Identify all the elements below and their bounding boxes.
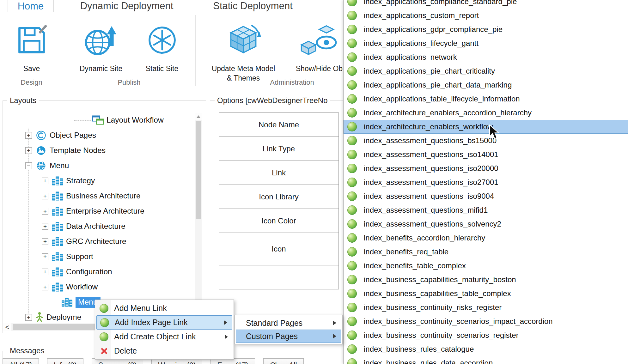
page-list-item[interactable]: index_benefits_req_table [344, 245, 628, 259]
page-list-item[interactable]: index_assessment_questions_iso20000 [344, 161, 628, 175]
tab-dynamic-deployment[interactable]: Dynamic Deployment [65, 0, 189, 12]
tree-item-label[interactable]: Menu [50, 161, 69, 170]
page-list-item-label: index_assessment_questions_mifid1 [364, 206, 488, 215]
save-button[interactable]: Save [13, 16, 51, 73]
tree-vertical-scrollbar[interactable] [195, 113, 202, 319]
page-list-item[interactable]: index_assessment_questions_iso14001 [344, 148, 628, 161]
page-list-item[interactable]: index_applications_compliance_standard_p… [344, 0, 628, 9]
page-list-item[interactable]: index_business_rules_data_accordion [344, 356, 628, 364]
page-list-item[interactable]: index_applications_lifecycle_gantt [344, 36, 628, 50]
tree-expand-toggle[interactable]: + [25, 314, 32, 321]
custom-pages-flyout: index_applications_compliance_standard_p… [343, 0, 628, 364]
field-label-node-name: Node Name [219, 112, 339, 137]
page-list-item[interactable]: index_applications_gdpr_compliance_pie [344, 22, 628, 36]
tree-item-label[interactable]: Object Pages [50, 131, 96, 140]
menu-item-add-index-page-link[interactable]: Add Index Page Link [96, 315, 232, 330]
tree-item-label[interactable]: Deployme [46, 313, 81, 322]
tree-item-strategy[interactable]: + Strategy [3, 173, 194, 188]
page-list-item[interactable]: index_assessment_questions_iso27001 [344, 175, 628, 189]
submenu-item-custom-pages[interactable]: Custom Pages [236, 330, 341, 343]
page-list-item[interactable]: index_business_capabilities_table_comple… [344, 287, 628, 300]
page-list-item[interactable]: index_benefits_accordion_hierarchy [344, 231, 628, 245]
tree-item-enterprise-architecture[interactable]: + Enterprise Architecture [3, 203, 194, 219]
tree-expand-toggle[interactable]: + [25, 132, 32, 139]
page-list-item[interactable]: index_benefits_table_complex [344, 259, 628, 273]
tree-collapse-toggle[interactable]: − [25, 162, 32, 169]
tree-item-support[interactable]: + Support [3, 249, 194, 264]
page-list-item-label: index_benefits_accordion_hierarchy [364, 234, 485, 242]
messages-clear-all-button[interactable]: Clear All [263, 358, 304, 364]
static-site-button[interactable]: Static Site [139, 16, 185, 73]
tree-expand-toggle[interactable]: + [42, 253, 48, 260]
ribbon-group-separator [195, 15, 196, 86]
tree-item-label[interactable]: GRC Architecture [66, 237, 126, 246]
scroll-up-button[interactable] [195, 113, 202, 120]
page-globe-icon [347, 11, 357, 20]
tree-item-data-architecture[interactable]: + Data Architecture [3, 219, 194, 234]
page-list-item[interactable]: index_assessment_questions_bs15000 [344, 134, 628, 148]
tree-item-label[interactable]: Layout Workflow [107, 116, 164, 124]
messages-tab-info[interactable]: Info (0) [47, 358, 83, 364]
tree-item-label[interactable]: Support [66, 252, 93, 261]
page-list-item[interactable]: index_architecture_enablers_workflow [344, 120, 628, 134]
tree-item-menu[interactable]: − Menu [3, 158, 194, 173]
page-list-item[interactable]: index_architecture_enablers_accordion_hi… [344, 106, 628, 120]
menu-item-add-menu-link[interactable]: Add Menu Link [96, 301, 233, 315]
tree-item-business-architecture[interactable]: + Business Architecture [3, 188, 194, 203]
tree-item-label[interactable]: Strategy [66, 176, 95, 185]
tree-item-label[interactable]: Configuration [66, 267, 112, 276]
show-hide-button[interactable]: Show/Hide Ob [286, 16, 352, 73]
options-form: Node Name Link Type Link Icon Library Ic… [219, 112, 339, 289]
tree-item-label[interactable]: Data Architecture [66, 222, 125, 231]
tree-expand-toggle[interactable]: + [25, 147, 32, 154]
page-list-item[interactable]: index_applications_table_lifecycle_infor… [344, 92, 628, 106]
page-list-item[interactable]: index_assessment_questions_mifid1 [344, 203, 628, 217]
page-globe-icon [347, 247, 357, 257]
dynamic-site-button[interactable]: Dynamic Site [76, 16, 125, 73]
page-list-item-label: index_applications_network [364, 53, 457, 62]
page-list-item[interactable]: index_applications_pie_chart_criticality [344, 64, 628, 78]
tree-item-template-nodes[interactable]: + Template Nodes [3, 143, 194, 158]
tree-expand-toggle[interactable]: + [42, 193, 48, 199]
page-list-item[interactable]: index_business_continuity_risks_register [344, 300, 628, 314]
tree-expand-toggle[interactable]: + [42, 269, 48, 275]
tree-expand-toggle[interactable]: + [42, 178, 48, 184]
scroll-left-button[interactable]: < [3, 323, 11, 331]
page-list-item[interactable]: index_business_rules_catalogue [344, 342, 628, 356]
tree-item-label[interactable]: Workflow [66, 282, 98, 291]
tree-item-label[interactable]: Template Nodes [50, 146, 106, 155]
tree-item-layout-workflow[interactable]: Layout Workflow [3, 112, 194, 128]
tab-home[interactable]: Home [8, 0, 54, 12]
field-label-empty [219, 265, 339, 289]
static-site-snowflake-icon [146, 24, 178, 56]
tree-expand-toggle[interactable]: + [42, 223, 48, 230]
page-list-item[interactable]: index_business_continuity_scenarios_impa… [344, 314, 628, 328]
tree-item-configuration[interactable]: + Configuration [3, 264, 194, 279]
page-globe-icon [347, 331, 357, 340]
tree-item-object-pages[interactable]: + Object Pages [3, 128, 194, 143]
menu-item-delete[interactable]: Delete [96, 344, 233, 358]
tree-item-workflow[interactable]: + Workflow [3, 279, 194, 294]
submenu-item-standard-pages[interactable]: Standard Pages [236, 316, 341, 330]
vertical-scrollbar-thumb[interactable] [196, 121, 201, 219]
page-list-item[interactable]: index_assessment_questions_solvency2 [344, 217, 628, 231]
tab-static-deployment[interactable]: Static Deployment [205, 0, 300, 12]
page-list-item[interactable]: index_applications_pie_chart_data_markin… [344, 78, 628, 92]
page-list-item[interactable]: index_assessment_questions_iso9004 [344, 189, 628, 203]
tree-item-label[interactable]: Business Architecture [66, 191, 141, 200]
page-list-item-label: index_business_rules_catalogue [364, 345, 474, 354]
page-list-item[interactable]: index_applications_custom_report [344, 9, 628, 22]
page-globe-icon [347, 39, 357, 48]
tree-item-label[interactable]: Enterprise Architecture [66, 207, 144, 215]
messages-tab-all[interactable]: All (17) [3, 358, 39, 364]
page-list-item-label: index_assessment_questions_bs15000 [364, 136, 497, 145]
tree-expand-toggle[interactable]: + [42, 238, 48, 245]
tree-item-grc-architecture[interactable]: + GRC Architecture [3, 234, 194, 249]
page-list-item[interactable]: index_applications_network [344, 50, 628, 64]
page-list-item[interactable]: index_business_capabilities_maturity_bos… [344, 273, 628, 287]
page-list-item[interactable]: index_business_continuity_scenarios_regi… [344, 328, 628, 342]
update-meta-model-button[interactable]: Update Meta Model & Themes [207, 16, 280, 83]
tree-expand-toggle[interactable]: + [42, 208, 48, 215]
tree-expand-toggle[interactable]: + [42, 284, 48, 290]
menu-item-add-create-object-link[interactable]: Add Create Object Link [96, 330, 233, 344]
